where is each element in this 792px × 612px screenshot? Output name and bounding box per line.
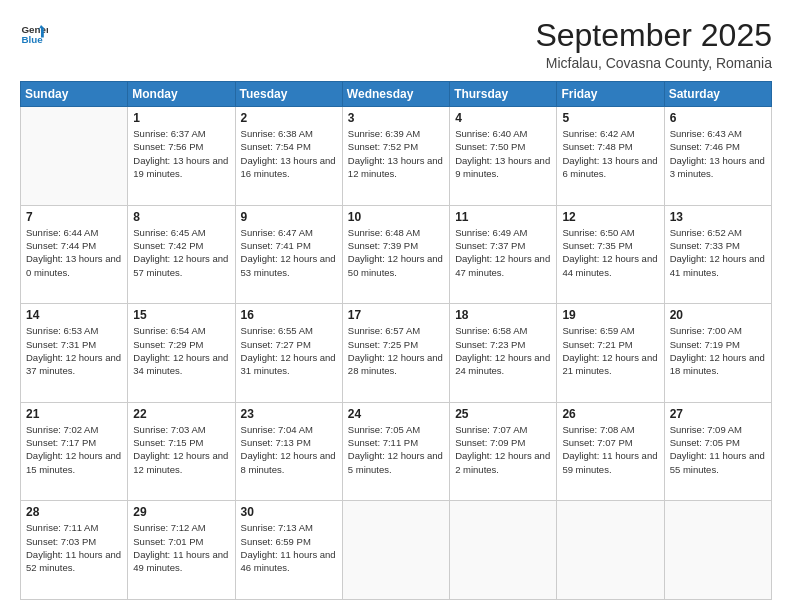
logo-icon: General Blue <box>20 18 48 46</box>
col-friday: Friday <box>557 82 664 107</box>
day-number: 16 <box>241 308 337 322</box>
table-row <box>21 107 128 206</box>
table-row: 27Sunrise: 7:09 AMSunset: 7:05 PMDayligh… <box>664 402 771 501</box>
day-number: 22 <box>133 407 229 421</box>
day-number: 19 <box>562 308 658 322</box>
day-number: 10 <box>348 210 444 224</box>
day-info: Sunrise: 6:42 AMSunset: 7:48 PMDaylight:… <box>562 127 658 180</box>
day-number: 2 <box>241 111 337 125</box>
table-row: 24Sunrise: 7:05 AMSunset: 7:11 PMDayligh… <box>342 402 449 501</box>
calendar-page: General Blue September 2025 Micfalau, Co… <box>0 0 792 612</box>
table-row <box>450 501 557 600</box>
table-row: 22Sunrise: 7:03 AMSunset: 7:15 PMDayligh… <box>128 402 235 501</box>
table-row <box>342 501 449 600</box>
month-title: September 2025 <box>535 18 772 53</box>
table-row: 7Sunrise: 6:44 AMSunset: 7:44 PMDaylight… <box>21 205 128 304</box>
day-info: Sunrise: 7:04 AMSunset: 7:13 PMDaylight:… <box>241 423 337 476</box>
day-number: 17 <box>348 308 444 322</box>
table-row <box>664 501 771 600</box>
col-tuesday: Tuesday <box>235 82 342 107</box>
day-info: Sunrise: 7:09 AMSunset: 7:05 PMDaylight:… <box>670 423 766 476</box>
table-row: 15Sunrise: 6:54 AMSunset: 7:29 PMDayligh… <box>128 304 235 403</box>
table-row: 13Sunrise: 6:52 AMSunset: 7:33 PMDayligh… <box>664 205 771 304</box>
day-number: 11 <box>455 210 551 224</box>
day-info: Sunrise: 7:05 AMSunset: 7:11 PMDaylight:… <box>348 423 444 476</box>
table-row: 25Sunrise: 7:07 AMSunset: 7:09 PMDayligh… <box>450 402 557 501</box>
day-number: 26 <box>562 407 658 421</box>
day-number: 4 <box>455 111 551 125</box>
col-wednesday: Wednesday <box>342 82 449 107</box>
table-row: 9Sunrise: 6:47 AMSunset: 7:41 PMDaylight… <box>235 205 342 304</box>
table-row: 19Sunrise: 6:59 AMSunset: 7:21 PMDayligh… <box>557 304 664 403</box>
table-row: 18Sunrise: 6:58 AMSunset: 7:23 PMDayligh… <box>450 304 557 403</box>
table-row: 30Sunrise: 7:13 AMSunset: 6:59 PMDayligh… <box>235 501 342 600</box>
day-info: Sunrise: 6:52 AMSunset: 7:33 PMDaylight:… <box>670 226 766 279</box>
table-row: 2Sunrise: 6:38 AMSunset: 7:54 PMDaylight… <box>235 107 342 206</box>
calendar-week-row: 7Sunrise: 6:44 AMSunset: 7:44 PMDaylight… <box>21 205 772 304</box>
day-info: Sunrise: 6:48 AMSunset: 7:39 PMDaylight:… <box>348 226 444 279</box>
table-row: 21Sunrise: 7:02 AMSunset: 7:17 PMDayligh… <box>21 402 128 501</box>
day-info: Sunrise: 7:13 AMSunset: 6:59 PMDaylight:… <box>241 521 337 574</box>
table-row: 10Sunrise: 6:48 AMSunset: 7:39 PMDayligh… <box>342 205 449 304</box>
day-number: 7 <box>26 210 122 224</box>
day-info: Sunrise: 6:40 AMSunset: 7:50 PMDaylight:… <box>455 127 551 180</box>
table-row: 6Sunrise: 6:43 AMSunset: 7:46 PMDaylight… <box>664 107 771 206</box>
table-row: 4Sunrise: 6:40 AMSunset: 7:50 PMDaylight… <box>450 107 557 206</box>
table-row: 20Sunrise: 7:00 AMSunset: 7:19 PMDayligh… <box>664 304 771 403</box>
day-info: Sunrise: 7:00 AMSunset: 7:19 PMDaylight:… <box>670 324 766 377</box>
day-number: 18 <box>455 308 551 322</box>
day-info: Sunrise: 6:57 AMSunset: 7:25 PMDaylight:… <box>348 324 444 377</box>
day-info: Sunrise: 6:53 AMSunset: 7:31 PMDaylight:… <box>26 324 122 377</box>
table-row: 23Sunrise: 7:04 AMSunset: 7:13 PMDayligh… <box>235 402 342 501</box>
table-row: 26Sunrise: 7:08 AMSunset: 7:07 PMDayligh… <box>557 402 664 501</box>
location: Micfalau, Covasna County, Romania <box>535 55 772 71</box>
header: General Blue September 2025 Micfalau, Co… <box>20 18 772 71</box>
day-number: 3 <box>348 111 444 125</box>
day-info: Sunrise: 6:39 AMSunset: 7:52 PMDaylight:… <box>348 127 444 180</box>
day-number: 20 <box>670 308 766 322</box>
table-row: 5Sunrise: 6:42 AMSunset: 7:48 PMDaylight… <box>557 107 664 206</box>
calendar-week-row: 14Sunrise: 6:53 AMSunset: 7:31 PMDayligh… <box>21 304 772 403</box>
day-number: 1 <box>133 111 229 125</box>
day-number: 28 <box>26 505 122 519</box>
day-number: 13 <box>670 210 766 224</box>
calendar-table: Sunday Monday Tuesday Wednesday Thursday… <box>20 81 772 600</box>
day-number: 25 <box>455 407 551 421</box>
day-number: 6 <box>670 111 766 125</box>
day-info: Sunrise: 6:58 AMSunset: 7:23 PMDaylight:… <box>455 324 551 377</box>
day-info: Sunrise: 7:08 AMSunset: 7:07 PMDaylight:… <box>562 423 658 476</box>
day-info: Sunrise: 7:11 AMSunset: 7:03 PMDaylight:… <box>26 521 122 574</box>
day-info: Sunrise: 6:37 AMSunset: 7:56 PMDaylight:… <box>133 127 229 180</box>
day-number: 12 <box>562 210 658 224</box>
day-number: 8 <box>133 210 229 224</box>
day-number: 9 <box>241 210 337 224</box>
day-number: 23 <box>241 407 337 421</box>
svg-text:Blue: Blue <box>21 34 43 45</box>
day-info: Sunrise: 6:45 AMSunset: 7:42 PMDaylight:… <box>133 226 229 279</box>
table-row: 12Sunrise: 6:50 AMSunset: 7:35 PMDayligh… <box>557 205 664 304</box>
day-info: Sunrise: 7:02 AMSunset: 7:17 PMDaylight:… <box>26 423 122 476</box>
table-row: 3Sunrise: 6:39 AMSunset: 7:52 PMDaylight… <box>342 107 449 206</box>
logo: General Blue <box>20 18 50 46</box>
table-row: 14Sunrise: 6:53 AMSunset: 7:31 PMDayligh… <box>21 304 128 403</box>
col-thursday: Thursday <box>450 82 557 107</box>
table-row: 11Sunrise: 6:49 AMSunset: 7:37 PMDayligh… <box>450 205 557 304</box>
day-number: 14 <box>26 308 122 322</box>
title-block: September 2025 Micfalau, Covasna County,… <box>535 18 772 71</box>
table-row: 1Sunrise: 6:37 AMSunset: 7:56 PMDaylight… <box>128 107 235 206</box>
calendar-header-row: Sunday Monday Tuesday Wednesday Thursday… <box>21 82 772 107</box>
table-row: 28Sunrise: 7:11 AMSunset: 7:03 PMDayligh… <box>21 501 128 600</box>
col-monday: Monday <box>128 82 235 107</box>
day-info: Sunrise: 6:55 AMSunset: 7:27 PMDaylight:… <box>241 324 337 377</box>
day-info: Sunrise: 6:49 AMSunset: 7:37 PMDaylight:… <box>455 226 551 279</box>
table-row: 17Sunrise: 6:57 AMSunset: 7:25 PMDayligh… <box>342 304 449 403</box>
col-saturday: Saturday <box>664 82 771 107</box>
day-number: 24 <box>348 407 444 421</box>
table-row: 8Sunrise: 6:45 AMSunset: 7:42 PMDaylight… <box>128 205 235 304</box>
day-number: 5 <box>562 111 658 125</box>
day-info: Sunrise: 6:47 AMSunset: 7:41 PMDaylight:… <box>241 226 337 279</box>
day-info: Sunrise: 6:54 AMSunset: 7:29 PMDaylight:… <box>133 324 229 377</box>
calendar-week-row: 1Sunrise: 6:37 AMSunset: 7:56 PMDaylight… <box>21 107 772 206</box>
day-info: Sunrise: 7:07 AMSunset: 7:09 PMDaylight:… <box>455 423 551 476</box>
table-row: 29Sunrise: 7:12 AMSunset: 7:01 PMDayligh… <box>128 501 235 600</box>
